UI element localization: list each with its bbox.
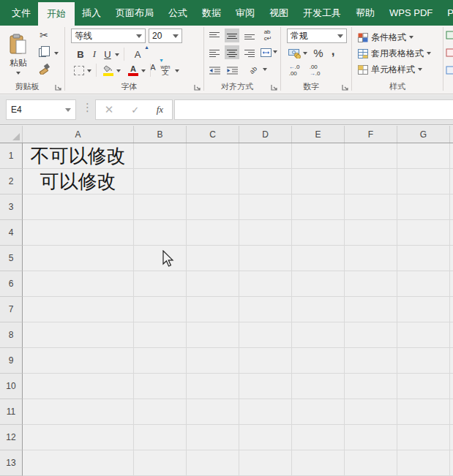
cell-D7[interactable] bbox=[239, 297, 292, 322]
cell-A1[interactable]: 不可以修改 bbox=[23, 143, 134, 169]
cell-E4[interactable] bbox=[292, 220, 345, 246]
cell-A7[interactable] bbox=[23, 297, 134, 322]
cell-G6[interactable] bbox=[397, 271, 450, 297]
increase-decimal-button[interactable]: ←.0.00 bbox=[285, 63, 303, 78]
cell-E12[interactable] bbox=[292, 425, 345, 450]
tab-6[interactable]: 审阅 bbox=[228, 0, 262, 26]
row-header-10[interactable]: 10 bbox=[0, 374, 23, 399]
insert-function-icon[interactable]: fx bbox=[157, 104, 163, 116]
row-header-5[interactable]: 5 bbox=[0, 246, 23, 271]
tab-10[interactable]: WPS PDF bbox=[382, 0, 440, 26]
align-bottom-button[interactable] bbox=[242, 29, 257, 42]
font-name-select[interactable]: 等线 bbox=[71, 29, 146, 43]
tab-9[interactable]: 帮助 bbox=[348, 0, 382, 26]
phonetic-button[interactable]: wén 文 bbox=[157, 62, 173, 77]
cell-A2[interactable]: 可以修改 bbox=[23, 169, 134, 194]
row-header-12[interactable]: 12 bbox=[0, 425, 23, 450]
orientation-dropdown-icon[interactable] bbox=[263, 68, 267, 71]
cell-C1[interactable] bbox=[187, 143, 239, 169]
align-center-button[interactable] bbox=[225, 45, 239, 59]
cell-B9[interactable] bbox=[134, 348, 187, 374]
tab-5[interactable]: 数据 bbox=[195, 0, 228, 26]
cell-F2[interactable] bbox=[345, 169, 397, 194]
font-color-button[interactable]: A bbox=[127, 64, 140, 77]
cell-A11[interactable] bbox=[23, 399, 134, 425]
cell-B12[interactable] bbox=[134, 425, 187, 450]
cell-F10[interactable] bbox=[345, 374, 397, 399]
cell-G2[interactable] bbox=[397, 169, 450, 194]
cell-B7[interactable] bbox=[134, 297, 187, 322]
merge-center-button[interactable] bbox=[260, 45, 272, 59]
tab-selected-1[interactable]: 开始 bbox=[38, 2, 75, 26]
orientation-button[interactable]: ab bbox=[245, 63, 261, 77]
row-header-3[interactable]: 3 bbox=[0, 194, 23, 220]
cell-A3[interactable] bbox=[23, 194, 134, 220]
font-dialog-launcher[interactable] bbox=[193, 83, 201, 91]
fill-color-dropdown-icon[interactable] bbox=[116, 69, 121, 72]
cell-G10[interactable] bbox=[397, 374, 450, 399]
accounting-format-button[interactable] bbox=[287, 47, 302, 60]
accounting-dropdown-icon[interactable] bbox=[303, 52, 307, 55]
cell-D13[interactable] bbox=[239, 450, 292, 476]
cell-G12[interactable] bbox=[397, 425, 450, 450]
align-right-button[interactable] bbox=[242, 45, 257, 59]
cell-E6[interactable] bbox=[292, 271, 345, 297]
cell-E13[interactable] bbox=[292, 450, 345, 476]
cell-B11[interactable] bbox=[134, 399, 187, 425]
phonetic-dropdown-icon[interactable] bbox=[175, 69, 179, 72]
cell-C11[interactable] bbox=[187, 399, 239, 425]
row-header-7[interactable]: 7 bbox=[0, 297, 23, 322]
cell-C12[interactable] bbox=[187, 425, 239, 450]
cell-F12[interactable] bbox=[345, 425, 397, 450]
cell-A6[interactable] bbox=[23, 271, 134, 297]
cell-G3[interactable] bbox=[397, 194, 450, 220]
column-header-A[interactable]: A bbox=[23, 126, 134, 143]
cell-E9[interactable] bbox=[292, 348, 345, 374]
percent-style-button[interactable]: % bbox=[312, 46, 325, 59]
cell-E2[interactable] bbox=[292, 169, 345, 194]
cell-D5[interactable] bbox=[239, 246, 292, 271]
cell-B2[interactable] bbox=[134, 169, 187, 194]
cell-B6[interactable] bbox=[134, 271, 187, 297]
cell-B8[interactable] bbox=[134, 322, 187, 348]
cell-G9[interactable] bbox=[397, 348, 450, 374]
cell-D3[interactable] bbox=[239, 194, 292, 220]
underline-button[interactable]: U bbox=[102, 48, 113, 61]
row-header-4[interactable]: 4 bbox=[0, 220, 23, 246]
tab-7[interactable]: 视图 bbox=[262, 0, 296, 26]
number-format-select[interactable]: 常规 bbox=[287, 29, 347, 43]
column-header-E[interactable]: E bbox=[292, 126, 345, 143]
cell-A9[interactable] bbox=[23, 348, 134, 374]
cell-B4[interactable] bbox=[134, 220, 187, 246]
cell-E3[interactable] bbox=[292, 194, 345, 220]
underline-dropdown-icon[interactable] bbox=[115, 53, 119, 56]
row-header-8[interactable]: 8 bbox=[0, 322, 23, 348]
column-header-F[interactable]: F bbox=[345, 126, 397, 143]
cell-C8[interactable] bbox=[187, 322, 239, 348]
cell-C7[interactable] bbox=[187, 297, 239, 322]
align-top-button[interactable] bbox=[207, 29, 222, 42]
alignment-dialog-launcher[interactable] bbox=[270, 83, 278, 91]
conditional-formatting-button[interactable]: 条件格式 bbox=[358, 30, 413, 45]
merge-dropdown-icon[interactable] bbox=[273, 50, 277, 53]
cancel-icon[interactable]: ✕ bbox=[105, 103, 114, 116]
align-middle-button[interactable] bbox=[225, 29, 239, 42]
cell-D12[interactable] bbox=[239, 425, 292, 450]
enter-icon[interactable]: ✓ bbox=[131, 105, 139, 116]
cut-button[interactable]: ✂ bbox=[37, 29, 51, 42]
tab-0[interactable]: 文件 bbox=[4, 0, 38, 26]
cell-D8[interactable] bbox=[239, 322, 292, 348]
bold-button[interactable]: B bbox=[74, 48, 87, 61]
select-all-corner[interactable] bbox=[0, 126, 23, 143]
copy-button[interactable] bbox=[35, 46, 50, 59]
cell-G11[interactable] bbox=[397, 399, 450, 425]
cell-A13[interactable] bbox=[23, 450, 134, 476]
cell-F6[interactable] bbox=[345, 271, 397, 297]
cell-D1[interactable] bbox=[239, 143, 292, 169]
tab-2[interactable]: 插入 bbox=[75, 0, 108, 26]
cell-F5[interactable] bbox=[345, 246, 397, 271]
cell-B10[interactable] bbox=[134, 374, 187, 399]
clipboard-dialog-launcher[interactable] bbox=[54, 83, 62, 91]
column-header-G[interactable]: G bbox=[397, 126, 450, 143]
paste-button[interactable]: 粘贴 bbox=[4, 29, 32, 80]
